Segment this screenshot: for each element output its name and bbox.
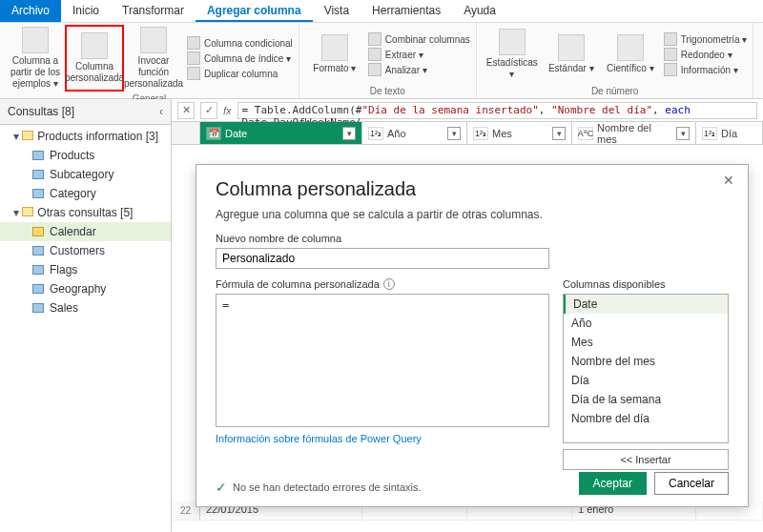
duplicate-icon — [187, 67, 200, 80]
col-nombre-mes[interactable]: AᴮCNombre del mes▾ — [572, 122, 696, 144]
query-geography[interactable]: Geography — [0, 279, 171, 298]
tab-inicio[interactable]: Inicio — [61, 0, 111, 22]
grid-corner[interactable] — [172, 122, 200, 144]
filter-dropdown-icon[interactable]: ▾ — [447, 127, 461, 140]
trig-icon — [664, 32, 677, 46]
folder-icon — [22, 131, 33, 140]
formula-input[interactable]: = Table.AddColumn(#"Día de la semana ins… — [237, 102, 757, 119]
table-icon — [32, 265, 44, 275]
new-column-name-label: Nuevo nombre de columna — [216, 233, 729, 244]
ribbon-group-general: Columna a partir de los ejemplos ▾ Colum… — [0, 23, 299, 98]
query-calendar[interactable]: Calendar — [0, 222, 171, 241]
info-icon — [664, 63, 677, 76]
check-icon: ✓ — [216, 480, 227, 495]
round-icon — [664, 48, 677, 61]
group-text-label: De texto — [305, 84, 470, 98]
column-from-examples-button[interactable]: Columna a partir de los ejemplos ▾ — [6, 25, 65, 92]
custom-column-label: Columna personalizada — [65, 61, 124, 84]
merge-icon — [368, 32, 382, 46]
query-subcategory[interactable]: Subcategory — [0, 165, 171, 184]
available-col-mes[interactable]: Mes — [564, 333, 728, 352]
tab-agregar-columna[interactable]: Agregar columna — [196, 0, 313, 22]
available-col-date[interactable]: Date — [564, 295, 728, 314]
available-col-ano[interactable]: Año — [564, 314, 728, 333]
sidebar-collapse-icon[interactable]: ‹ — [159, 105, 163, 118]
query-flags[interactable]: Flags — [0, 260, 171, 279]
tab-file[interactable]: Archivo — [0, 0, 61, 22]
close-button[interactable]: ✕ — [719, 171, 738, 190]
custom-column-dialog: ✕ Columna personalizada Agregue una colu… — [196, 164, 749, 507]
invoke-function-button[interactable]: Invocar función personalizada — [124, 25, 183, 92]
query-category[interactable]: Category — [0, 184, 171, 203]
format-icon — [321, 34, 348, 61]
available-columns-list[interactable]: Date Año Mes Nombre del mes Día Día de l… — [563, 294, 729, 443]
ok-button[interactable]: Aceptar — [579, 472, 647, 495]
analyze-button[interactable]: Analizar ▾ — [368, 63, 470, 76]
custom-column-button[interactable]: Columna personalizada — [65, 25, 124, 92]
table-icon — [22, 27, 49, 53]
filter-dropdown-icon[interactable]: ▾ — [552, 127, 566, 140]
stats-icon — [499, 29, 526, 55]
available-col-dia[interactable]: Día — [564, 371, 728, 390]
dialog-title: Columna personalizada — [216, 178, 729, 200]
folder-icon — [22, 207, 33, 216]
rounding-button[interactable]: Redondeo ▾ — [664, 48, 748, 61]
tab-ayuda[interactable]: Ayuda — [452, 0, 507, 22]
table-icon — [32, 284, 44, 294]
date-button[interactable]: Fecha ▾ — [759, 25, 763, 84]
grid-header: 📅Date▾ 1²₃Año▾ 1²₃Mes▾ AᴮCNombre del mes… — [172, 122, 763, 145]
col-date[interactable]: 📅Date▾ — [200, 122, 362, 144]
folder-products-information[interactable]: Products information [3] — [0, 127, 171, 146]
available-col-nombre-dia[interactable]: Nombre del día — [564, 409, 728, 428]
standard-icon — [558, 34, 585, 61]
type-text-icon: AᴮC — [578, 127, 593, 140]
table-icon — [81, 32, 108, 59]
col-dia[interactable]: 1²₃Día — [696, 122, 763, 144]
insert-column-button[interactable]: << Insertar — [563, 449, 729, 470]
query-customers[interactable]: Customers — [0, 241, 171, 260]
info-icon[interactable]: i — [383, 278, 395, 290]
cancel-button[interactable]: Cancelar — [654, 472, 729, 495]
fx-ok-button[interactable]: ✓ — [200, 102, 217, 119]
information-button[interactable]: Información ▾ — [664, 63, 748, 76]
merge-columns-button[interactable]: Combinar columnas — [368, 32, 470, 46]
col-mes[interactable]: 1²₃Mes▾ — [467, 122, 572, 144]
fx-cancel-button[interactable]: ✕ — [177, 102, 195, 119]
index-icon — [187, 51, 200, 65]
tab-herramientas[interactable]: Herramientas — [361, 0, 452, 22]
extract-icon — [368, 48, 382, 61]
filter-dropdown-icon[interactable]: ▾ — [676, 127, 690, 140]
available-col-dia-semana[interactable]: Día de la semana — [564, 390, 728, 409]
folder-otras-consultas[interactable]: Otras consultas [5] — [0, 203, 171, 222]
scientific-button[interactable]: Científico ▾ — [601, 25, 660, 84]
conditional-column-button[interactable]: Columna condicional — [187, 36, 293, 50]
query-sales[interactable]: Sales — [0, 298, 171, 317]
menu-bar: Archivo Inicio Transformar Agregar colum… — [0, 0, 763, 23]
query-products[interactable]: Products — [0, 146, 171, 165]
function-icon — [140, 27, 167, 53]
standard-button[interactable]: Estándar ▾ — [542, 25, 601, 84]
new-column-name-input[interactable] — [216, 248, 549, 269]
format-button[interactable]: Formato ▾ — [305, 25, 364, 84]
trigonometry-button[interactable]: Trigonometría ▾ — [664, 32, 748, 46]
queries-header: Consultas [8] ‹ — [0, 99, 171, 125]
tab-transformar[interactable]: Transformar — [111, 0, 196, 22]
duplicate-column-button[interactable]: Duplicar columna — [187, 67, 293, 80]
col-ano[interactable]: 1²₃Año▾ — [362, 122, 467, 144]
index-column-button[interactable]: Columna de índice ▾ — [187, 51, 293, 65]
table-icon — [32, 151, 44, 160]
formula-editor[interactable]: = — [216, 294, 549, 427]
column-from-examples-label: Columna a partir de los ejemplos ▾ — [8, 55, 63, 90]
tab-vista[interactable]: Vista — [313, 0, 361, 22]
type-date-icon: 📅 — [206, 127, 221, 140]
table-icon — [32, 170, 44, 179]
filter-dropdown-icon[interactable]: ▾ — [342, 127, 356, 140]
fx-icon: fx — [223, 105, 232, 116]
queries-tree: Products information [3] Products Subcat… — [0, 125, 171, 319]
power-query-formulas-link[interactable]: Información sobre fórmulas de Power Quer… — [216, 433, 549, 444]
warning-icon — [32, 227, 44, 236]
extract-button[interactable]: Extraer ▾ — [368, 48, 470, 61]
available-col-nombre-mes[interactable]: Nombre del mes — [564, 352, 728, 371]
type-number-icon: 1²₃ — [702, 127, 717, 140]
statistics-button[interactable]: Estadísticas ▾ — [483, 25, 542, 84]
